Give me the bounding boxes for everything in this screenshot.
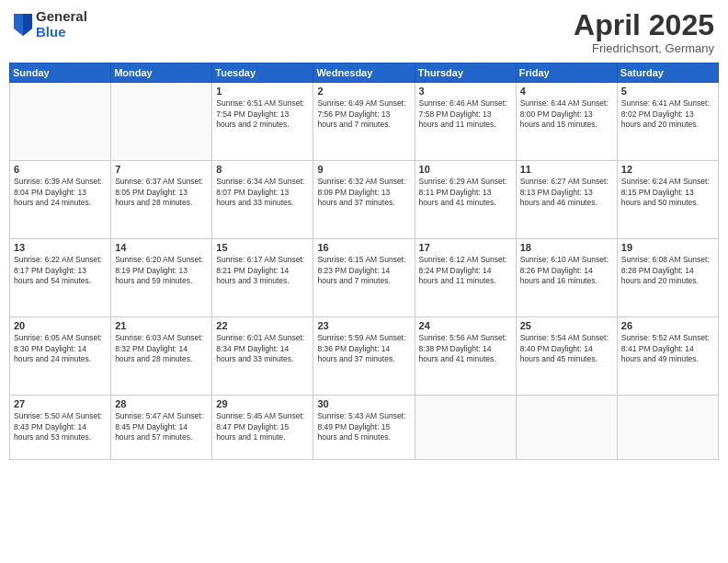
day-number: 7 <box>115 164 208 175</box>
table-row: 10Sunrise: 6:29 AM Sunset: 8:11 PM Dayli… <box>415 161 516 239</box>
logo-general-text: General <box>36 9 87 25</box>
table-row: 26Sunrise: 5:52 AM Sunset: 8:41 PM Dayli… <box>617 317 718 396</box>
month-title: April 2025 <box>574 9 714 41</box>
table-row: 18Sunrise: 6:10 AM Sunset: 8:26 PM Dayli… <box>516 239 617 317</box>
col-saturday: Saturday <box>617 63 718 83</box>
day-number: 21 <box>115 320 208 331</box>
day-info: Sunrise: 6:32 AM Sunset: 8:09 PM Dayligh… <box>317 177 410 208</box>
day-info: Sunrise: 6:22 AM Sunset: 8:17 PM Dayligh… <box>14 255 107 286</box>
table-row: 19Sunrise: 6:08 AM Sunset: 8:28 PM Dayli… <box>617 239 718 317</box>
day-info: Sunrise: 6:46 AM Sunset: 7:58 PM Dayligh… <box>419 98 512 130</box>
table-row: 13Sunrise: 6:22 AM Sunset: 8:17 PM Dayli… <box>10 239 111 317</box>
day-number: 19 <box>621 242 714 253</box>
day-number: 5 <box>621 86 714 97</box>
day-number: 30 <box>317 398 410 409</box>
calendar-week-row: 1Sunrise: 6:51 AM Sunset: 7:54 PM Daylig… <box>10 83 719 161</box>
day-info: Sunrise: 6:05 AM Sunset: 8:30 PM Dayligh… <box>14 333 107 364</box>
calendar-week-row: 6Sunrise: 6:39 AM Sunset: 8:04 PM Daylig… <box>10 161 719 239</box>
day-number: 14 <box>115 242 208 253</box>
day-number: 3 <box>419 86 512 97</box>
calendar-week-row: 27Sunrise: 5:50 AM Sunset: 8:43 PM Dayli… <box>10 396 719 460</box>
table-row: 27Sunrise: 5:50 AM Sunset: 8:43 PM Dayli… <box>10 396 111 460</box>
table-row: 30Sunrise: 5:43 AM Sunset: 8:49 PM Dayli… <box>313 396 415 460</box>
table-row: 23Sunrise: 5:59 AM Sunset: 8:36 PM Dayli… <box>313 317 415 396</box>
day-number: 17 <box>419 242 512 253</box>
table-row: 20Sunrise: 6:05 AM Sunset: 8:30 PM Dayli… <box>10 317 111 396</box>
day-info: Sunrise: 5:52 AM Sunset: 8:41 PM Dayligh… <box>621 333 714 364</box>
day-info: Sunrise: 6:08 AM Sunset: 8:28 PM Dayligh… <box>621 255 714 286</box>
day-number: 10 <box>419 164 512 175</box>
table-row <box>415 396 516 460</box>
table-row: 11Sunrise: 6:27 AM Sunset: 8:13 PM Dayli… <box>516 161 617 239</box>
table-row: 25Sunrise: 5:54 AM Sunset: 8:40 PM Dayli… <box>516 317 617 396</box>
table-row: 9Sunrise: 6:32 AM Sunset: 8:09 PM Daylig… <box>313 161 415 239</box>
table-row: 28Sunrise: 5:47 AM Sunset: 8:45 PM Dayli… <box>111 396 212 460</box>
day-info: Sunrise: 6:01 AM Sunset: 8:34 PM Dayligh… <box>216 333 309 364</box>
day-info: Sunrise: 6:34 AM Sunset: 8:07 PM Dayligh… <box>216 177 309 208</box>
day-info: Sunrise: 5:50 AM Sunset: 8:43 PM Dayligh… <box>14 411 107 442</box>
title-area: April 2025 Friedrichsort, Germany <box>574 9 714 55</box>
day-number: 27 <box>14 398 107 409</box>
calendar-table: Sunday Monday Tuesday Wednesday Thursday… <box>9 63 719 460</box>
day-number: 26 <box>621 320 714 331</box>
table-row: 7Sunrise: 6:37 AM Sunset: 8:05 PM Daylig… <box>111 161 212 239</box>
col-friday: Friday <box>516 63 617 83</box>
day-number: 16 <box>317 242 410 253</box>
table-row: 17Sunrise: 6:12 AM Sunset: 8:24 PM Dayli… <box>415 239 516 317</box>
table-row: 2Sunrise: 6:49 AM Sunset: 7:56 PM Daylig… <box>313 83 415 161</box>
col-thursday: Thursday <box>415 63 516 83</box>
table-row: 22Sunrise: 6:01 AM Sunset: 8:34 PM Dayli… <box>212 317 313 396</box>
col-wednesday: Wednesday <box>313 63 415 83</box>
day-info: Sunrise: 6:29 AM Sunset: 8:11 PM Dayligh… <box>419 177 512 208</box>
day-number: 9 <box>317 164 410 175</box>
day-number: 28 <box>115 398 208 409</box>
day-info: Sunrise: 6:44 AM Sunset: 8:00 PM Dayligh… <box>520 98 613 130</box>
day-info: Sunrise: 5:54 AM Sunset: 8:40 PM Dayligh… <box>520 333 613 364</box>
col-tuesday: Tuesday <box>212 63 313 83</box>
table-row: 16Sunrise: 6:15 AM Sunset: 8:23 PM Dayli… <box>313 239 415 317</box>
day-info: Sunrise: 6:20 AM Sunset: 8:19 PM Dayligh… <box>115 255 208 286</box>
logo-text: General Blue <box>36 9 87 40</box>
day-number: 15 <box>216 242 309 253</box>
table-row: 24Sunrise: 5:56 AM Sunset: 8:38 PM Dayli… <box>415 317 516 396</box>
day-number: 18 <box>520 242 613 253</box>
table-row: 5Sunrise: 6:41 AM Sunset: 8:02 PM Daylig… <box>617 83 718 161</box>
calendar-week-row: 13Sunrise: 6:22 AM Sunset: 8:17 PM Dayli… <box>10 239 719 317</box>
day-info: Sunrise: 6:39 AM Sunset: 8:04 PM Dayligh… <box>14 177 107 208</box>
logo-blue-text: Blue <box>36 25 87 40</box>
day-info: Sunrise: 5:59 AM Sunset: 8:36 PM Dayligh… <box>317 333 410 364</box>
day-number: 29 <box>216 398 309 409</box>
location-subtitle: Friedrichsort, Germany <box>574 41 714 55</box>
table-row: 15Sunrise: 6:17 AM Sunset: 8:21 PM Dayli… <box>212 239 313 317</box>
table-row: 29Sunrise: 5:45 AM Sunset: 8:47 PM Dayli… <box>212 396 313 460</box>
day-info: Sunrise: 6:51 AM Sunset: 7:54 PM Dayligh… <box>216 98 309 130</box>
day-info: Sunrise: 5:43 AM Sunset: 8:49 PM Dayligh… <box>317 411 410 442</box>
day-number: 1 <box>216 86 309 97</box>
day-info: Sunrise: 6:10 AM Sunset: 8:26 PM Dayligh… <box>520 255 613 286</box>
logo: General Blue <box>14 9 87 40</box>
day-number: 23 <box>317 320 410 331</box>
day-info: Sunrise: 6:37 AM Sunset: 8:05 PM Dayligh… <box>115 177 208 208</box>
day-info: Sunrise: 5:45 AM Sunset: 8:47 PM Dayligh… <box>216 411 309 442</box>
table-row <box>10 83 111 161</box>
table-row <box>111 83 212 161</box>
day-number: 24 <box>419 320 512 331</box>
table-row: 3Sunrise: 6:46 AM Sunset: 7:58 PM Daylig… <box>415 83 516 161</box>
svg-marker-1 <box>23 14 32 36</box>
day-number: 13 <box>14 242 107 253</box>
col-monday: Monday <box>111 63 212 83</box>
table-row: 1Sunrise: 6:51 AM Sunset: 7:54 PM Daylig… <box>212 83 313 161</box>
table-row: 4Sunrise: 6:44 AM Sunset: 8:00 PM Daylig… <box>516 83 617 161</box>
table-row <box>516 396 617 460</box>
day-number: 12 <box>621 164 714 175</box>
day-number: 20 <box>14 320 107 331</box>
day-number: 11 <box>520 164 613 175</box>
day-number: 2 <box>317 86 410 97</box>
day-info: Sunrise: 5:56 AM Sunset: 8:38 PM Dayligh… <box>419 333 512 364</box>
table-row: 8Sunrise: 6:34 AM Sunset: 8:07 PM Daylig… <box>212 161 313 239</box>
header: General Blue April 2025 Friedrichsort, G… <box>9 9 719 55</box>
day-number: 4 <box>520 86 613 97</box>
calendar-header-row: Sunday Monday Tuesday Wednesday Thursday… <box>10 63 719 83</box>
table-row: 21Sunrise: 6:03 AM Sunset: 8:32 PM Dayli… <box>111 317 212 396</box>
page: General Blue April 2025 Friedrichsort, G… <box>0 0 728 563</box>
